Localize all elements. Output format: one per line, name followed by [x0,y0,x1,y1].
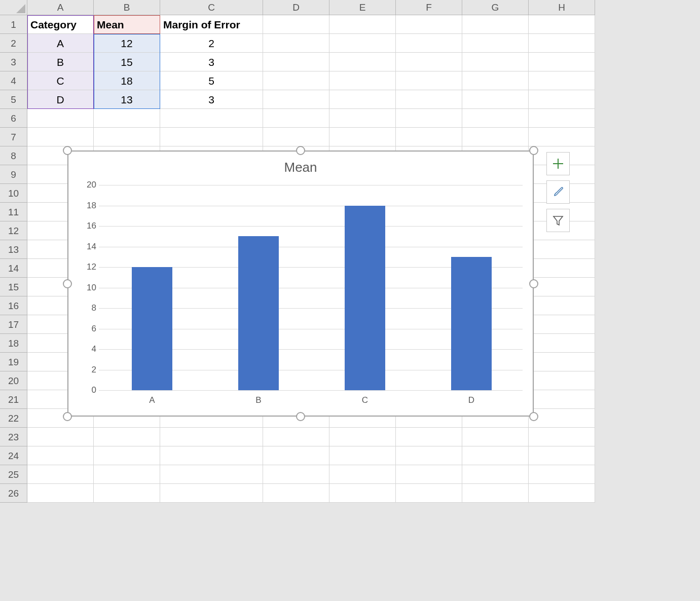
row-header-25[interactable]: 25 [0,465,27,484]
cell-g2[interactable] [462,34,529,53]
cell-c2[interactable]: 2 [160,34,263,53]
chart-elements-button[interactable] [546,152,570,175]
row-header-24[interactable]: 24 [0,446,27,465]
cell-h20[interactable] [529,371,595,390]
cell-h2[interactable] [529,34,595,53]
cell-h16[interactable] [529,296,595,315]
cell-g6[interactable] [462,109,529,128]
cell-e3[interactable] [329,53,396,71]
cell-f4[interactable] [396,71,462,90]
cell-c23[interactable] [160,428,263,446]
chart-handle-ne[interactable] [529,146,538,155]
row-header-9[interactable]: 9 [0,165,27,184]
row-header-18[interactable]: 18 [0,334,27,353]
cell-g7[interactable] [462,128,529,146]
cell-e5[interactable] [329,90,396,109]
cell-e7[interactable] [329,128,396,146]
cell-d6[interactable] [263,109,329,128]
cell-d3[interactable] [263,53,329,71]
chart-handle-sw[interactable] [63,412,72,421]
chart-title[interactable]: Mean [68,160,533,175]
cell-c7[interactable] [160,128,263,146]
chart-styles-button[interactable] [546,180,570,204]
cell-a2[interactable]: A [27,34,94,53]
cell-e24[interactable] [329,446,396,465]
cell-e4[interactable] [329,71,396,90]
chart-handle-w[interactable] [63,279,72,288]
cell-h25[interactable] [529,465,595,484]
row-header-16[interactable]: 16 [0,296,27,315]
plot-area[interactable]: 02468101214161820ABCD [99,185,523,390]
row-header-2[interactable]: 2 [0,34,27,53]
cell-g3[interactable] [462,53,529,71]
cell-a4[interactable]: C [27,71,94,90]
cell-g26[interactable] [462,484,529,503]
cell-a7[interactable] [27,128,94,146]
cell-f25[interactable] [396,465,462,484]
cell-c5[interactable]: 3 [160,90,263,109]
cell-c1[interactable]: Margin of Error [160,15,263,34]
row-header-22[interactable]: 22 [0,409,27,428]
row-header-11[interactable]: 11 [0,203,27,221]
cell-f5[interactable] [396,90,462,109]
cell-h19[interactable] [529,353,595,371]
cell-h3[interactable] [529,53,595,71]
chart-filters-button[interactable] [546,209,570,232]
cell-a5[interactable]: D [27,90,94,109]
row-header-12[interactable]: 12 [0,221,27,240]
cell-d4[interactable] [263,71,329,90]
cell-h15[interactable] [529,278,595,296]
col-header-a[interactable]: A [27,0,94,15]
row-header-1[interactable]: 1 [0,15,27,34]
row-header-26[interactable]: 26 [0,484,27,503]
cell-h4[interactable] [529,71,595,90]
cell-f24[interactable] [396,446,462,465]
cell-b3[interactable]: 15 [94,53,160,71]
cell-e25[interactable] [329,465,396,484]
cell-h26[interactable] [529,484,595,503]
cell-h17[interactable] [529,315,595,334]
cell-b26[interactable] [94,484,160,503]
cell-d1[interactable] [263,15,329,34]
cell-b2[interactable]: 12 [94,34,160,53]
cell-a6[interactable] [27,109,94,128]
col-header-c[interactable]: C [160,0,263,15]
cell-a23[interactable] [27,428,94,446]
row-header-3[interactable]: 3 [0,53,27,71]
cell-f1[interactable] [396,15,462,34]
cell-h1[interactable] [529,15,595,34]
row-header-15[interactable]: 15 [0,278,27,296]
cell-d2[interactable] [263,34,329,53]
cell-c4[interactable]: 5 [160,71,263,90]
cell-b1[interactable]: Mean [94,15,160,34]
col-header-d[interactable]: D [263,0,329,15]
chart-handle-nw[interactable] [63,146,72,155]
chart-object[interactable]: Mean 02468101214161820ABCD [65,148,536,419]
cell-f6[interactable] [396,109,462,128]
cell-d25[interactable] [263,465,329,484]
row-header-7[interactable]: 7 [0,128,27,146]
cell-c6[interactable] [160,109,263,128]
cell-h5[interactable] [529,90,595,109]
row-header-20[interactable]: 20 [0,371,27,390]
cell-f26[interactable] [396,484,462,503]
cell-d24[interactable] [263,446,329,465]
cell-e2[interactable] [329,34,396,53]
chart-bar[interactable] [451,257,492,390]
cell-h13[interactable] [529,240,595,259]
cell-g5[interactable] [462,90,529,109]
chart-handle-e[interactable] [529,279,538,288]
cell-h22[interactable] [529,409,595,428]
cell-c24[interactable] [160,446,263,465]
row-header-4[interactable]: 4 [0,71,27,90]
col-header-e[interactable]: E [329,0,396,15]
cell-g4[interactable] [462,71,529,90]
cell-e6[interactable] [329,109,396,128]
row-header-19[interactable]: 19 [0,353,27,371]
cell-a25[interactable] [27,465,94,484]
chart-handle-n[interactable] [296,146,305,155]
cell-b5[interactable]: 13 [94,90,160,109]
cell-d5[interactable] [263,90,329,109]
cell-c3[interactable]: 3 [160,53,263,71]
cell-c26[interactable] [160,484,263,503]
